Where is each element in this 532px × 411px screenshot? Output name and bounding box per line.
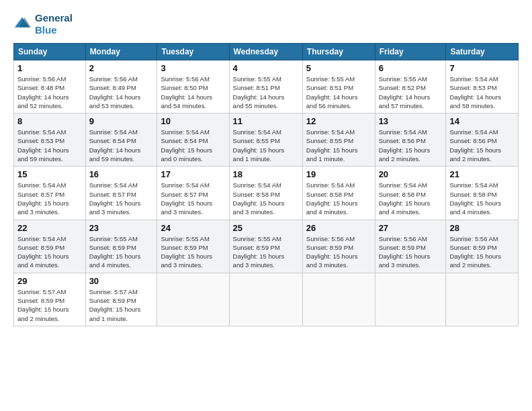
day-info: Sunrise: 5:57 AM Sunset: 8:59 PM Dayligh… [89, 287, 154, 323]
day-number: 25 [233, 223, 299, 233]
day-cell: 12Sunrise: 5:54 AM Sunset: 8:55 PM Dayli… [302, 113, 375, 167]
day-info: Sunrise: 5:54 AM Sunset: 8:56 PM Dayligh… [379, 128, 443, 163]
day-cell: 4Sunrise: 5:55 AM Sunset: 8:51 PM Daylig… [229, 60, 302, 113]
day-cell: 23Sunrise: 5:55 AM Sunset: 8:59 PM Dayli… [85, 220, 157, 273]
day-cell: 14Sunrise: 5:54 AM Sunset: 8:56 PM Dayli… [446, 113, 519, 167]
day-number: 4 [233, 63, 299, 73]
calendar: SundayMondayTuesdayWednesdayThursdayFrid… [13, 43, 519, 326]
day-cell: 10Sunrise: 5:54 AM Sunset: 8:54 PM Dayli… [157, 113, 229, 167]
day-number: 28 [449, 223, 515, 233]
day-number: 10 [161, 116, 225, 126]
day-cell: 16Sunrise: 5:54 AM Sunset: 8:57 PM Dayli… [85, 167, 157, 220]
day-cell: 15Sunrise: 5:54 AM Sunset: 8:57 PM Dayli… [14, 167, 86, 220]
day-cell: 5Sunrise: 5:55 AM Sunset: 8:51 PM Daylig… [302, 60, 375, 113]
header: General Blue [13, 12, 519, 36]
day-cell: 25Sunrise: 5:55 AM Sunset: 8:59 PM Dayli… [229, 220, 302, 273]
day-number: 14 [449, 116, 515, 126]
day-cell: 21Sunrise: 5:54 AM Sunset: 8:58 PM Dayli… [446, 167, 519, 220]
day-info: Sunrise: 5:54 AM Sunset: 8:56 PM Dayligh… [449, 128, 515, 163]
dow-header-thursday: Thursday [302, 44, 375, 60]
calendar-body: 1Sunrise: 5:56 AM Sunset: 8:48 PM Daylig… [14, 60, 519, 326]
day-number: 17 [161, 169, 225, 179]
page: General Blue SundayMondayTuesdayWednesda… [0, 0, 532, 411]
day-info: Sunrise: 5:55 AM Sunset: 8:59 PM Dayligh… [233, 234, 299, 270]
dow-header-tuesday: Tuesday [157, 44, 229, 60]
week-row-2: 8Sunrise: 5:54 AM Sunset: 8:53 PM Daylig… [14, 113, 519, 167]
week-row-1: 1Sunrise: 5:56 AM Sunset: 8:48 PM Daylig… [14, 60, 519, 113]
day-info: Sunrise: 5:56 AM Sunset: 8:49 PM Dayligh… [89, 75, 154, 110]
logo-text: General Blue [35, 12, 73, 36]
day-number: 26 [306, 223, 371, 233]
day-number: 20 [379, 169, 443, 179]
day-number: 9 [89, 116, 154, 126]
dow-header-saturday: Saturday [446, 44, 519, 60]
day-cell [229, 273, 302, 326]
day-info: Sunrise: 5:54 AM Sunset: 8:54 PM Dayligh… [161, 128, 225, 163]
logo-general: General [35, 12, 73, 24]
day-cell: 17Sunrise: 5:54 AM Sunset: 8:57 PM Dayli… [157, 167, 229, 220]
day-cell: 19Sunrise: 5:54 AM Sunset: 8:58 PM Dayli… [302, 167, 375, 220]
day-number: 6 [379, 63, 443, 73]
day-cell [375, 273, 446, 326]
day-cell: 27Sunrise: 5:56 AM Sunset: 8:59 PM Dayli… [375, 220, 446, 273]
day-cell: 18Sunrise: 5:54 AM Sunset: 8:58 PM Dayli… [229, 167, 302, 220]
logo-blue: Blue [35, 24, 57, 36]
day-cell: 24Sunrise: 5:55 AM Sunset: 8:59 PM Dayli… [157, 220, 229, 273]
day-of-week-row: SundayMondayTuesdayWednesdayThursdayFrid… [14, 44, 519, 60]
day-number: 3 [161, 63, 225, 73]
day-cell: 30Sunrise: 5:57 AM Sunset: 8:59 PM Dayli… [85, 273, 157, 326]
dow-header-sunday: Sunday [14, 44, 86, 60]
day-cell: 9Sunrise: 5:54 AM Sunset: 8:54 PM Daylig… [85, 113, 157, 167]
day-info: Sunrise: 5:54 AM Sunset: 8:53 PM Dayligh… [449, 75, 515, 110]
day-number: 18 [233, 169, 299, 179]
day-cell: 6Sunrise: 5:55 AM Sunset: 8:52 PM Daylig… [375, 60, 446, 113]
day-cell [157, 273, 229, 326]
day-info: Sunrise: 5:55 AM Sunset: 8:51 PM Dayligh… [306, 75, 371, 110]
day-info: Sunrise: 5:54 AM Sunset: 8:58 PM Dayligh… [379, 181, 443, 216]
day-cell: 2Sunrise: 5:56 AM Sunset: 8:49 PM Daylig… [85, 60, 157, 113]
day-cell: 11Sunrise: 5:54 AM Sunset: 8:55 PM Dayli… [229, 113, 302, 167]
day-info: Sunrise: 5:54 AM Sunset: 8:58 PM Dayligh… [449, 181, 515, 216]
day-info: Sunrise: 5:55 AM Sunset: 8:59 PM Dayligh… [89, 234, 154, 270]
day-info: Sunrise: 5:56 AM Sunset: 8:48 PM Dayligh… [17, 75, 82, 110]
day-info: Sunrise: 5:54 AM Sunset: 8:54 PM Dayligh… [89, 128, 154, 163]
day-info: Sunrise: 5:55 AM Sunset: 8:59 PM Dayligh… [161, 234, 225, 270]
day-number: 8 [17, 116, 82, 126]
day-cell: 8Sunrise: 5:54 AM Sunset: 8:53 PM Daylig… [14, 113, 86, 167]
day-number: 7 [449, 63, 515, 73]
day-number: 23 [89, 223, 154, 233]
week-row-3: 15Sunrise: 5:54 AM Sunset: 8:57 PM Dayli… [14, 167, 519, 220]
day-cell: 13Sunrise: 5:54 AM Sunset: 8:56 PM Dayli… [375, 113, 446, 167]
day-number: 21 [449, 169, 515, 179]
day-number: 12 [306, 116, 371, 126]
week-row-4: 22Sunrise: 5:54 AM Sunset: 8:59 PM Dayli… [14, 220, 519, 273]
day-cell [446, 273, 519, 326]
day-number: 13 [379, 116, 443, 126]
day-number: 2 [89, 63, 154, 73]
day-cell: 1Sunrise: 5:56 AM Sunset: 8:48 PM Daylig… [14, 60, 86, 113]
dow-header-friday: Friday [375, 44, 446, 60]
day-info: Sunrise: 5:56 AM Sunset: 8:50 PM Dayligh… [161, 75, 225, 110]
dow-header-monday: Monday [85, 44, 157, 60]
day-info: Sunrise: 5:54 AM Sunset: 8:58 PM Dayligh… [306, 181, 371, 216]
logo: General Blue [13, 12, 73, 36]
day-number: 27 [379, 223, 443, 233]
day-info: Sunrise: 5:55 AM Sunset: 8:51 PM Dayligh… [233, 75, 299, 110]
logo-icon [13, 15, 32, 34]
day-cell: 28Sunrise: 5:56 AM Sunset: 8:59 PM Dayli… [446, 220, 519, 273]
week-row-5: 29Sunrise: 5:57 AM Sunset: 8:59 PM Dayli… [14, 273, 519, 326]
dow-header-wednesday: Wednesday [229, 44, 302, 60]
day-number: 30 [89, 276, 154, 286]
day-number: 22 [17, 223, 82, 233]
day-cell [302, 273, 375, 326]
day-info: Sunrise: 5:54 AM Sunset: 8:57 PM Dayligh… [89, 181, 154, 216]
day-number: 19 [306, 169, 371, 179]
day-cell: 26Sunrise: 5:56 AM Sunset: 8:59 PM Dayli… [302, 220, 375, 273]
day-number: 11 [233, 116, 299, 126]
day-info: Sunrise: 5:56 AM Sunset: 8:59 PM Dayligh… [379, 234, 443, 270]
day-number: 24 [161, 223, 225, 233]
day-info: Sunrise: 5:54 AM Sunset: 8:53 PM Dayligh… [17, 128, 82, 163]
day-info: Sunrise: 5:57 AM Sunset: 8:59 PM Dayligh… [17, 287, 82, 323]
day-number: 5 [306, 63, 371, 73]
day-info: Sunrise: 5:54 AM Sunset: 8:55 PM Dayligh… [306, 128, 371, 163]
